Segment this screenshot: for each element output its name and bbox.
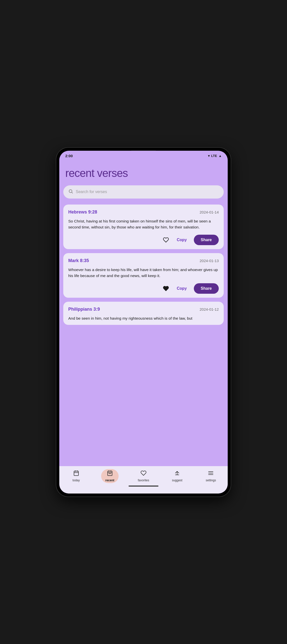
verse-header-1: Hebrews 9:28 2024-01-14 <box>68 210 219 215</box>
verse-text-1: So Christ, having at his first coming ta… <box>68 218 219 230</box>
nav-item-today[interactable]: today <box>68 469 85 483</box>
verse-text-2: Whoever has a desire to keep his life, w… <box>68 267 219 279</box>
share-button-1[interactable]: Share <box>194 235 219 245</box>
favorite-button-2[interactable] <box>162 284 170 292</box>
copy-button-2[interactable]: Copy <box>175 285 189 292</box>
page-title: recent verses <box>65 167 224 179</box>
verse-date-3: 2024-01-12 <box>200 307 219 312</box>
settings-icon <box>208 470 214 478</box>
status-icons: ▾ LTE ▲ <box>208 154 222 158</box>
nav-item-suggest[interactable]: suggest <box>168 469 186 483</box>
verse-card-1: Hebrews 9:28 2024-01-14 So Christ, havin… <box>63 204 224 249</box>
recent-icon <box>107 470 113 478</box>
signal-icon: ▲ <box>218 154 222 158</box>
nav-item-favorites[interactable]: favorites <box>135 469 152 483</box>
suggest-icon <box>174 470 180 478</box>
bottom-nav: today recent <box>59 466 228 494</box>
share-button-2[interactable]: Share <box>194 283 219 294</box>
scroll-area[interactable]: recent verses Search for verses Hebrews … <box>59 160 228 466</box>
verse-actions-1: Copy Share <box>68 235 219 245</box>
home-indicator <box>128 486 158 486</box>
svg-rect-2 <box>74 471 78 476</box>
verse-date-2: 2024-01-13 <box>200 258 219 263</box>
status-time: 2:00 <box>65 154 73 158</box>
verse-actions-2: Copy Share <box>68 283 219 294</box>
verse-header-3: Philippians 3:9 2024-01-12 <box>68 307 219 312</box>
status-bar: 2:00 ▾ LTE ▲ <box>59 151 228 160</box>
nav-item-recent[interactable]: recent <box>101 469 118 483</box>
nav-label-recent: recent <box>106 478 114 482</box>
favorite-button-1[interactable] <box>162 236 170 244</box>
verse-reference-1: Hebrews 9:28 <box>68 210 97 215</box>
svg-line-1 <box>72 192 73 193</box>
phone-frame: 2:00 ▾ LTE ▲ recent verses Search for ve… <box>56 148 231 496</box>
verse-reference-2: Mark 8:35 <box>68 258 89 263</box>
verse-text-3: And be seen in him, not having my righte… <box>68 316 219 322</box>
search-bar[interactable]: Search for verses <box>63 185 224 198</box>
verse-reference-3: Philippians 3:9 <box>68 307 100 312</box>
copy-button-1[interactable]: Copy <box>175 237 189 243</box>
today-icon <box>73 470 79 478</box>
wifi-icon: ▾ <box>208 154 210 158</box>
nav-label-favorites: favorites <box>138 478 149 482</box>
search-icon <box>68 189 73 195</box>
nav-label-today: today <box>72 478 80 482</box>
verse-date-1: 2024-01-14 <box>200 210 219 214</box>
favorites-icon <box>140 470 146 478</box>
nav-item-settings[interactable]: settings <box>202 469 220 483</box>
nav-label-settings: settings <box>206 478 216 482</box>
lte-text: LTE <box>211 154 217 158</box>
search-placeholder: Search for verses <box>76 190 219 194</box>
verse-header-2: Mark 8:35 2024-01-13 <box>68 258 219 263</box>
verse-card-3: Philippians 3:9 2024-01-12 And be seen i… <box>63 302 224 325</box>
nav-label-suggest: suggest <box>172 478 182 482</box>
nav-items: today recent <box>59 469 228 483</box>
verse-card-2: Mark 8:35 2024-01-13 Whoever has a desir… <box>63 253 224 298</box>
phone-screen: 2:00 ▾ LTE ▲ recent verses Search for ve… <box>59 151 228 494</box>
